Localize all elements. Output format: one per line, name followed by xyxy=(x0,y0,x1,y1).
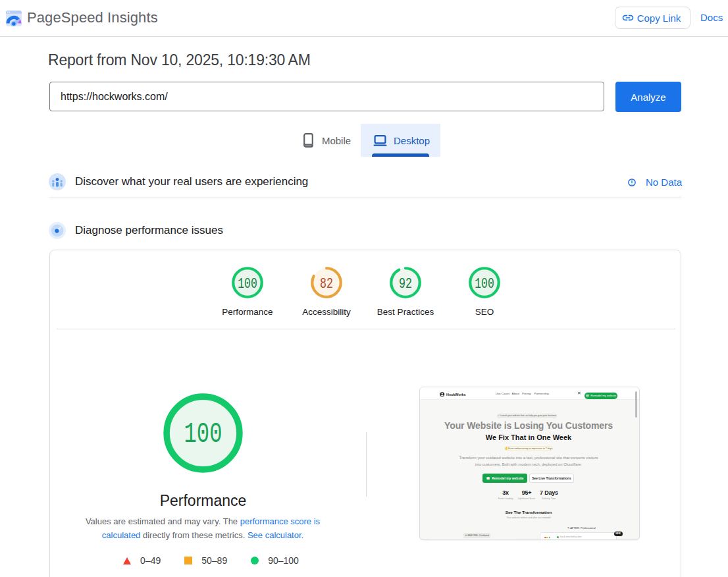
svg-text:100: 100 xyxy=(184,418,222,451)
svg-text:100: 100 xyxy=(238,276,257,292)
svg-text:82: 82 xyxy=(320,276,333,292)
svg-text:100: 100 xyxy=(475,276,494,292)
svg-text:92: 92 xyxy=(399,276,412,292)
